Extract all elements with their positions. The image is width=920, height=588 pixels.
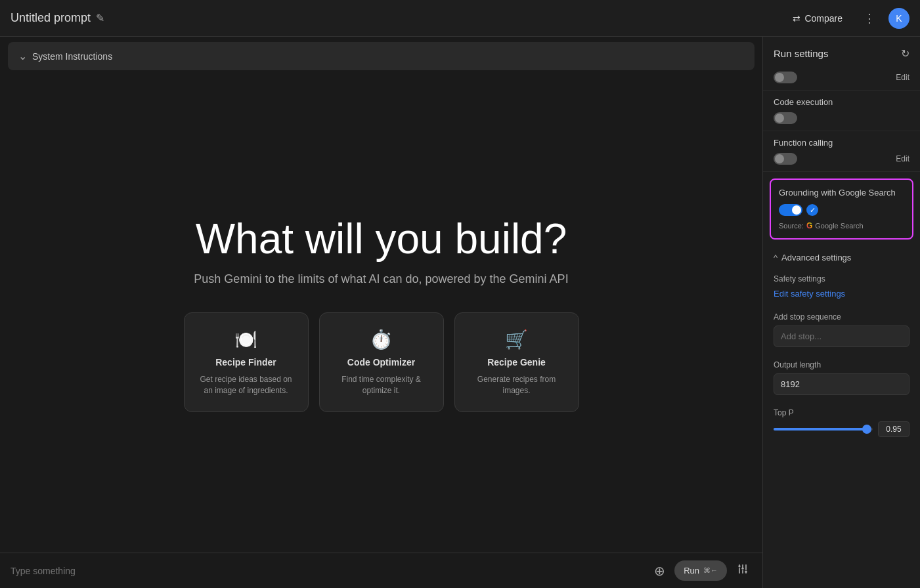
top-p-slider-fill <box>774 428 867 430</box>
grounding-toggle-row: ✓ <box>779 204 904 216</box>
top-p-label: Top P <box>774 408 909 417</box>
hero-title: What will you build? <box>196 216 567 262</box>
card-title-recipe-genie: Recipe Genie <box>487 357 546 368</box>
main-layout: ⌄ System Instructions What will you buil… <box>0 37 920 588</box>
tune-button[interactable] <box>734 560 752 581</box>
bottom-input-bar: ⊕ Run ⌘← <box>0 553 762 588</box>
output-length-input[interactable] <box>774 373 909 395</box>
function-calling-section: Function calling Edit <box>763 131 920 172</box>
svg-point-0 <box>738 565 740 567</box>
page-title: Untitled prompt <box>11 11 91 25</box>
stop-sequence-input[interactable] <box>774 326 909 347</box>
header-left: Untitled prompt ✎ <box>11 11 104 25</box>
top-p-value: 0.95 <box>878 421 909 437</box>
grounding-toggle[interactable] <box>779 204 802 216</box>
grounding-section: Grounding with Google Search ✓ Source: G… <box>770 178 913 240</box>
unnamed-toggle-row: Edit <box>774 72 909 83</box>
code-execution-section: Code execution <box>763 91 920 131</box>
code-execution-toggle[interactable] <box>774 112 797 124</box>
function-calling-edit-link[interactable]: Edit <box>896 154 909 163</box>
system-instructions-label: System Instructions <box>32 51 112 62</box>
recipe-genie-icon: 🛒 <box>505 329 528 350</box>
hero-subtitle: Push Gemini to the limits of what AI can… <box>194 272 568 286</box>
card-title-code-optimizer: Code Optimizer <box>347 357 415 368</box>
function-calling-toggle[interactable] <box>774 153 797 165</box>
card-title-recipe-finder: Recipe Finder <box>215 357 276 368</box>
right-panel: Run settings ↻ Edit Code execution Funct… <box>762 37 920 588</box>
card-desc-recipe-finder: Get recipe ideas based on an image of in… <box>198 374 295 396</box>
compare-icon: ⇄ <box>793 13 800 24</box>
svg-point-2 <box>745 571 747 573</box>
top-p-slider-container <box>774 423 873 436</box>
header-right: ⇄ Compare ⋮ K <box>785 8 909 29</box>
safety-settings-label: Safety settings <box>774 274 909 284</box>
chevron-down-icon: ⌄ <box>18 50 27 62</box>
advanced-settings-header[interactable]: ^ Advanced settings <box>763 246 920 269</box>
recipe-finder-icon: 🍽️ <box>234 329 257 350</box>
output-length-section: Output length <box>763 355 920 403</box>
system-instructions-bar[interactable]: ⌄ System Instructions <box>8 42 755 70</box>
unnamed-toggle-section: Edit <box>763 65 920 91</box>
run-label: Run <box>684 566 699 576</box>
top-p-slider-track <box>774 428 873 430</box>
svg-point-1 <box>741 568 743 570</box>
edit-safety-link[interactable]: Edit safety settings <box>774 289 845 299</box>
add-media-button[interactable]: ⊕ <box>651 560 668 581</box>
function-calling-toggle-row: Edit <box>774 153 909 165</box>
avatar: K <box>888 8 909 29</box>
google-search-label: Google Search <box>815 222 863 230</box>
edit-title-icon[interactable]: ✎ <box>96 12 104 24</box>
refresh-icon[interactable]: ↻ <box>901 47 909 60</box>
unnamed-toggle[interactable] <box>774 72 797 83</box>
stop-sequence-section: Add stop sequence <box>763 307 920 355</box>
content-area: ⌄ System Instructions What will you buil… <box>0 37 762 588</box>
panel-title: Run settings <box>774 48 828 59</box>
panel-header: Run settings ↻ <box>763 37 920 65</box>
card-recipe-finder[interactable]: 🍽️ Recipe Finder Get recipe ideas based … <box>184 312 309 413</box>
grounding-title: Grounding with Google Search <box>779 188 904 198</box>
compare-button[interactable]: ⇄ Compare <box>785 9 850 28</box>
card-desc-code-optimizer: Find time complexity & optimize it. <box>333 374 430 396</box>
run-shortcut: ⌘← <box>703 566 718 575</box>
code-execution-toggle-row <box>774 112 909 124</box>
output-length-label: Output length <box>774 360 909 369</box>
compare-label: Compare <box>804 13 843 24</box>
code-execution-label: Code execution <box>774 97 909 107</box>
grounding-check-icon: ✓ <box>806 204 818 216</box>
chevron-up-icon: ^ <box>774 253 778 262</box>
chat-input[interactable] <box>11 566 645 576</box>
card-recipe-genie[interactable]: 🛒 Recipe Genie Generate recipes from ima… <box>454 312 579 413</box>
function-calling-label: Function calling <box>774 138 909 148</box>
run-button[interactable]: Run ⌘← <box>674 560 727 581</box>
stop-sequence-label: Add stop sequence <box>774 312 909 322</box>
hero-section: What will you build? Push Gemini to the … <box>0 75 762 553</box>
top-p-slider-thumb[interactable] <box>862 425 871 434</box>
top-p-section: Top P 0.95 <box>763 403 920 445</box>
source-label: Source: <box>779 222 804 230</box>
safety-settings-section: Safety settings Edit safety settings <box>763 269 920 307</box>
unnamed-edit-link[interactable]: Edit <box>896 73 909 82</box>
cards-row: 🍽️ Recipe Finder Get recipe ideas based … <box>184 312 579 413</box>
add-icon: ⊕ <box>654 564 665 578</box>
grounding-source-row: Source: G Google Search <box>779 221 904 230</box>
advanced-settings-label: Advanced settings <box>781 253 851 262</box>
top-p-slider-row: 0.95 <box>774 421 909 437</box>
header: Untitled prompt ✎ ⇄ Compare ⋮ K <box>0 0 920 37</box>
card-desc-recipe-genie: Generate recipes from images. <box>468 374 565 396</box>
more-options-button[interactable]: ⋮ <box>858 9 881 28</box>
google-g-icon: G <box>806 221 812 230</box>
code-optimizer-icon: ⏱️ <box>370 329 393 350</box>
card-code-optimizer[interactable]: ⏱️ Code Optimizer Find time complexity &… <box>319 312 444 413</box>
